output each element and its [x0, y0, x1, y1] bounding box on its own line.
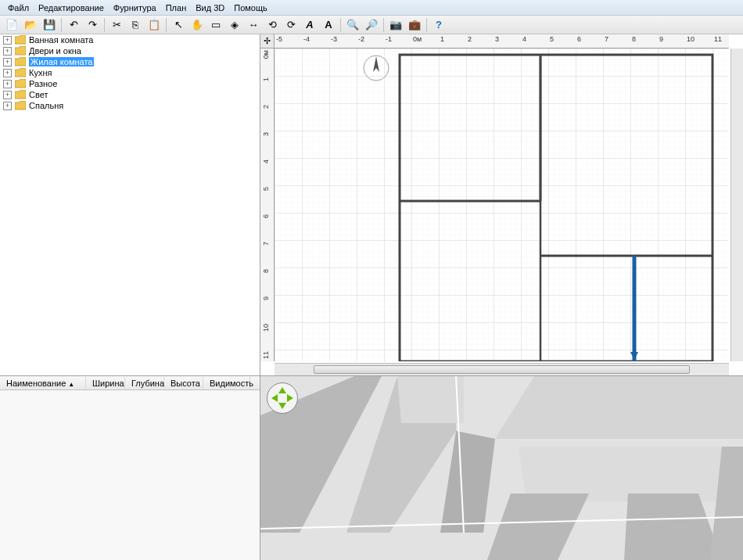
- ruler-vertical: 0м1234567891011: [260, 48, 275, 361]
- menu-edit[interactable]: Редактирование: [34, 2, 109, 14]
- folder-icon: [15, 68, 26, 77]
- wall-icon[interactable]: ▭: [207, 17, 224, 33]
- table-header[interactable]: Наименование ▲ Ширина Глубина Высота Вид…: [0, 376, 260, 390]
- undo-icon[interactable]: ↶: [65, 17, 82, 33]
- expand-icon[interactable]: +: [3, 47, 12, 56]
- separator: [426, 18, 427, 32]
- separator: [340, 18, 341, 32]
- plan-2d-view[interactable]: ✢ -5-4-3-2-10м1234567891011 0м1234567891…: [260, 34, 743, 376]
- separator: [383, 18, 384, 32]
- text-icon[interactable]: A: [301, 17, 318, 33]
- dimension-icon[interactable]: ↔: [245, 17, 262, 33]
- svg-marker-12: [397, 376, 464, 423]
- toolbar: 📄 📂 💾 ↶ ↷ ✂ ⎘ 📋 ↖ ✋ ▭ ◈ ↔ ⟲ ⟳ A A 🔍 🔎 📷 …: [0, 16, 743, 34]
- expand-icon[interactable]: +: [3, 91, 12, 99]
- rotate-left-icon[interactable]: ⟲: [264, 17, 281, 33]
- tree-item[interactable]: +Кухня: [0, 67, 260, 78]
- folder-icon: [15, 35, 26, 45]
- tree-label: Двери и окна: [29, 46, 81, 56]
- folder-icon: [15, 46, 26, 56]
- expand-icon[interactable]: +: [3, 58, 12, 66]
- redo-icon[interactable]: ↷: [84, 17, 101, 33]
- plan-canvas[interactable]: [275, 48, 729, 361]
- room-icon[interactable]: ◈: [226, 17, 243, 33]
- expand-icon[interactable]: +: [3, 102, 12, 110]
- folder-icon: [15, 90, 26, 99]
- expand-icon[interactable]: +: [3, 36, 12, 45]
- camera-icon[interactable]: 📷: [387, 17, 404, 33]
- sort-indicator-icon: ▲: [68, 381, 74, 388]
- tree-label: Жилая комната: [29, 57, 94, 66]
- scroll-thumb[interactable]: [314, 365, 690, 374]
- view-3d[interactable]: [260, 376, 743, 560]
- expand-icon[interactable]: +: [3, 69, 12, 77]
- separator: [61, 18, 62, 32]
- horizontal-scrollbar[interactable]: [275, 363, 729, 375]
- zoom-out-icon[interactable]: 🔎: [363, 17, 380, 33]
- folder-icon: [15, 57, 26, 66]
- nav-compass-icon[interactable]: [267, 382, 298, 414]
- zoom-in-icon[interactable]: 🔍: [344, 17, 361, 33]
- ruler-corner: ✢: [260, 34, 275, 48]
- folder-icon: [15, 101, 26, 110]
- menu-furniture[interactable]: Фурнитура: [109, 2, 161, 14]
- separator: [104, 18, 105, 32]
- tree-label: Спальня: [29, 101, 63, 110]
- menu-view3d[interactable]: Вид 3D: [191, 2, 229, 14]
- svg-marker-15: [519, 447, 743, 501]
- col-visibility[interactable]: Видимость: [203, 377, 250, 389]
- menubar: Файл Редактирование Фурнитура План Вид 3…: [0, 0, 743, 16]
- tree-item[interactable]: +Спальня: [0, 100, 260, 111]
- tree-item[interactable]: +Жилая комната: [0, 56, 260, 67]
- vertical-scrollbar[interactable]: [730, 48, 743, 361]
- furniture-table: Наименование ▲ Ширина Глубина Высота Вид…: [0, 376, 260, 560]
- tree-item[interactable]: +Двери и окна: [0, 45, 260, 56]
- rotate-right-icon[interactable]: ⟳: [282, 17, 300, 33]
- tree-label: Кухня: [29, 68, 52, 77]
- col-width[interactable]: Ширина: [86, 377, 125, 389]
- separator: [166, 18, 167, 32]
- view-3d-render: [260, 376, 743, 560]
- save-icon[interactable]: 💾: [41, 17, 58, 33]
- help-icon[interactable]: ?: [430, 17, 447, 33]
- new-file-icon[interactable]: 📄: [3, 17, 20, 33]
- col-depth[interactable]: Глубина: [125, 377, 164, 389]
- tree-item[interactable]: +Ванная комната: [0, 34, 260, 45]
- svg-rect-1: [275, 48, 728, 361]
- svg-marker-13: [495, 376, 743, 439]
- col-height[interactable]: Высота: [164, 377, 203, 389]
- ruler-horizontal: -5-4-3-2-10м1234567891011: [275, 34, 729, 48]
- menu-help[interactable]: Помощь: [229, 2, 272, 14]
- expand-icon[interactable]: +: [3, 80, 12, 88]
- copy-icon[interactable]: ⎘: [127, 17, 144, 33]
- cut-icon[interactable]: ✂: [108, 17, 125, 33]
- tree-item[interactable]: +Свет: [0, 89, 260, 100]
- tree-label: Ванная комната: [29, 35, 93, 45]
- pan-icon[interactable]: ✋: [188, 17, 206, 33]
- menu-file[interactable]: Файл: [3, 2, 34, 14]
- tree-item[interactable]: +Разное: [0, 78, 260, 89]
- preferences-icon[interactable]: 💼: [406, 17, 423, 33]
- open-file-icon[interactable]: 📂: [22, 17, 39, 33]
- paste-icon[interactable]: 📋: [145, 17, 163, 33]
- text-style-icon[interactable]: A: [320, 17, 337, 33]
- tree-label: Разное: [29, 79, 57, 88]
- folder-icon: [15, 79, 26, 88]
- furniture-tree[interactable]: +Ванная комната+Двери и окна+Жилая комна…: [0, 34, 260, 376]
- tree-label: Свет: [29, 90, 48, 99]
- col-name: Наименование ▲: [0, 377, 86, 389]
- select-icon[interactable]: ↖: [170, 17, 187, 33]
- menu-plan[interactable]: План: [161, 2, 192, 14]
